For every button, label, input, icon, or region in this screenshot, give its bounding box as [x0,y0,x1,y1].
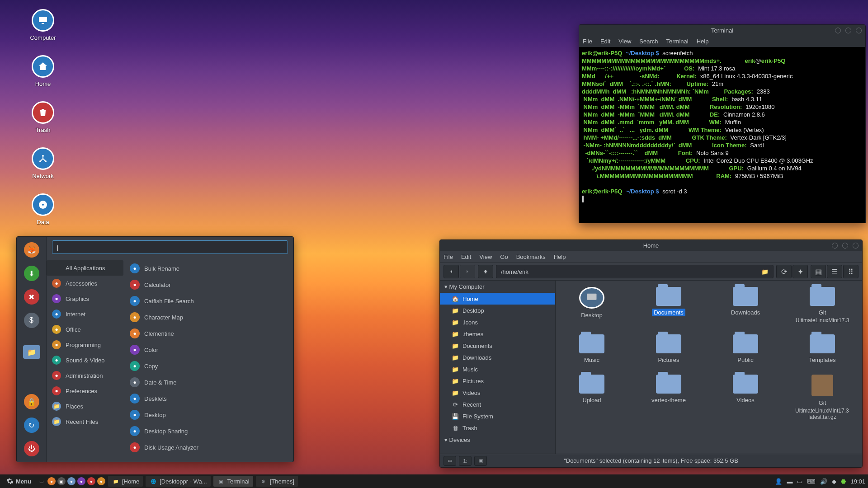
sb-btn-2[interactable]: 1: [459,456,472,466]
launcher-lock[interactable]: 🔒 [24,394,39,409]
sidebar-item-file-system[interactable]: 💾File System [440,410,555,422]
file-item-git[interactable]: GitUltimateLinuxMint17.3 [795,287,849,324]
menu-file[interactable]: File [583,38,592,45]
quick-app2[interactable]: ● [87,477,95,485]
back-button[interactable] [443,265,459,278]
sidebar-item-trash[interactable]: 🗑Trash [440,422,555,434]
app-copy[interactable]: ●Copy [125,358,292,374]
file-item-public[interactable]: Public [718,334,773,364]
file-item-templates[interactable]: Templates [795,334,849,364]
category-recent-files[interactable]: 📁Recent Files [47,414,123,429]
sidebar-item-music[interactable]: 📁Music [440,363,555,375]
task--themes-[interactable]: ⚙[Themes] [256,476,298,487]
sidebar-item-desktop[interactable]: 📁Desktop [440,305,555,316]
file-item-upload[interactable]: Upload [565,375,619,420]
launcher-logout[interactable]: ↻ [24,418,39,433]
menu-help[interactable]: Help [697,38,709,45]
menu-search[interactable]: Search [639,38,658,45]
launcher-firefox[interactable]: 🦊 [24,242,39,258]
menu-bookmarks[interactable]: Bookmarks [516,253,546,260]
menu-edit[interactable]: Edit [461,253,471,260]
file-item-desktop[interactable]: Desktop [565,287,619,324]
path-input[interactable]: /home/erik📁 [496,265,774,278]
file-item-git[interactable]: GitUltimateLinuxMint17.3-latest.tar.gz [795,375,849,420]
sidebar-section-mycomputer[interactable]: ▾ My Computer [440,281,555,293]
desktop-icon-data[interactable]: Data [23,193,63,225]
display-icon[interactable]: ▭ [797,478,802,485]
quick-terminal[interactable]: ▣ [57,477,66,485]
launcher-software[interactable]: $ [24,313,39,328]
app-character-map[interactable]: ●Character Map [125,309,292,325]
terminal-window[interactable]: Terminal FileEditViewSearchTerminalHelp … [579,24,866,223]
network-tray-icon[interactable]: ◆ [832,478,836,485]
maximize-button[interactable] [842,243,848,249]
app-catfish-file-search[interactable]: ●Catfish File Search [125,293,292,309]
file-item-pictures[interactable]: Pictures [642,334,696,364]
close-button[interactable] [853,243,859,249]
search-button[interactable]: ✦ [793,265,808,278]
app-color[interactable]: ●Color [125,342,292,358]
menu-file[interactable]: File [443,253,453,260]
launcher-tools[interactable]: ✖ [24,289,39,305]
category-programming[interactable]: ●Programming [47,337,123,352]
app-disk-usage-analyzer[interactable]: ●Disk Usage Analyzer [125,439,292,455]
sidebar-item-downloads[interactable]: 📁Downloads [440,352,555,363]
clock[interactable]: 19:01 [850,478,865,485]
sidebar-item-home[interactable]: 🏠Home [440,293,555,305]
forward-button[interactable] [460,265,475,278]
menu-go[interactable]: Go [500,253,508,260]
task--home[interactable]: 📁[Home [108,476,143,487]
app-desktop-sharing[interactable]: ●Desktop Sharing [125,423,292,439]
category-office[interactable]: ●Office [47,322,123,337]
sidebar-item--icons[interactable]: 📁.icons [440,316,555,328]
close-button[interactable] [856,28,862,33]
quick-app3[interactable]: ● [97,477,105,485]
launcher-power[interactable]: ⏻ [24,441,39,456]
view-list-button[interactable]: ☰ [827,265,842,278]
workspace-icon[interactable]: ▬ [787,478,793,485]
volume-icon[interactable]: 🔊 [820,478,827,485]
launcher-download[interactable]: ⬇ [24,266,39,281]
sb-btn-1[interactable]: ▭ [443,456,456,466]
category-internet[interactable]: ●Internet [47,306,123,322]
menu-view[interactable]: View [618,38,631,45]
menu-help[interactable]: Help [554,253,566,260]
sidebar-section-devices[interactable]: ▾ Devices [440,434,555,446]
fileman-content[interactable]: DesktopDocumentsDownloadsGitUltimateLinu… [556,281,862,454]
sidebar-item-recent[interactable]: ⟳Recent [440,399,555,410]
desktop-icon-computer[interactable]: Computer [23,9,63,41]
menu-edit[interactable]: Edit [600,38,610,45]
sidebar-item-pictures[interactable]: 📁Pictures [440,375,555,387]
category-all-applications[interactable]: All Applications [47,260,123,276]
desktop-icon-home[interactable]: Home [23,55,63,87]
maximize-button[interactable] [845,28,851,33]
sidebar-item--themes[interactable]: 📁.themes [440,328,555,340]
view-compact-button[interactable]: ⠿ [843,265,859,278]
view-icons-button[interactable]: ▦ [811,265,826,278]
sidebar-item-documents[interactable]: 📁Documents [440,340,555,352]
up-button[interactable] [478,265,493,278]
start-menu[interactable]: 🦊⬇✖$📁🔒↻⏻ All Applications●Accessories●Gr… [16,236,294,462]
file-item-videos[interactable]: Videos [718,375,773,420]
quick-firefox[interactable]: ● [47,477,56,485]
task-terminal[interactable]: ▣Terminal [213,476,253,487]
category-administration[interactable]: ●Administration [47,368,123,383]
launcher-files[interactable]: 📁 [23,345,40,359]
search-input[interactable] [52,240,288,254]
fileman-titlebar[interactable]: Home [440,240,862,251]
quick-app1[interactable]: ● [77,477,85,485]
file-item-downloads[interactable]: Downloads [718,287,773,324]
app-calculator[interactable]: ●Calculator [125,277,292,293]
sidebar-item-videos[interactable]: 📁Videos [440,387,555,399]
terminal-output[interactable]: erik@erik-P5Q ~/Desktop $ screenfetch MM… [579,47,865,223]
desktop-icon-trash[interactable]: Trash [23,101,63,133]
file-item-vertex-theme[interactable]: vertex-theme [642,375,696,420]
sb-btn-3[interactable]: ▣ [474,456,487,466]
shield-icon[interactable]: ⬣ [841,478,846,485]
category-accessories[interactable]: ●Accessories [47,276,123,291]
menu-terminal[interactable]: Terminal [666,38,689,45]
reload-button[interactable]: ⟳ [776,265,792,278]
keyboard-icon[interactable]: ⌨ [807,478,816,485]
category-sound-video[interactable]: ●Sound & Video [47,352,123,368]
task--desktoppr-wa-[interactable]: 🌐[Desktoppr - Wa... [146,476,210,487]
